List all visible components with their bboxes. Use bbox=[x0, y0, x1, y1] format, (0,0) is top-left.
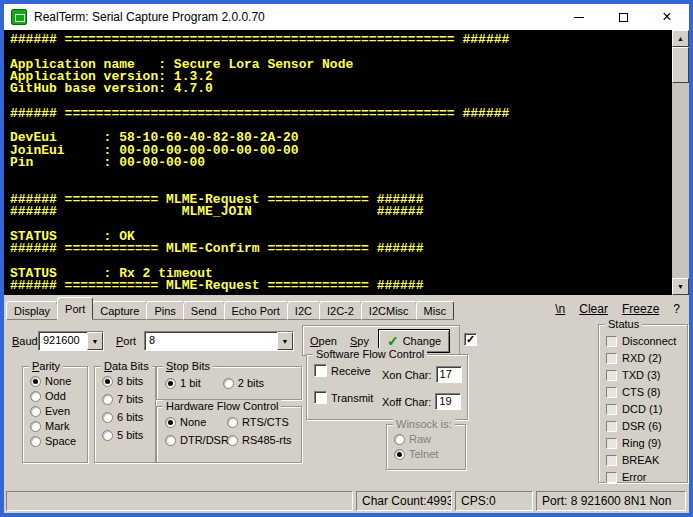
tab-misc[interactable]: Misc bbox=[416, 301, 455, 320]
scroll-up-button[interactable]: ▲ bbox=[672, 30, 689, 47]
tab-i2c[interactable]: I2C bbox=[287, 301, 320, 320]
radio-1-bit[interactable]: 1 bit bbox=[165, 377, 201, 389]
radio-button-icon bbox=[30, 436, 41, 447]
help-button[interactable]: ? bbox=[668, 300, 685, 318]
radio-label: Telnet bbox=[409, 448, 438, 460]
parity-group: Parity NoneOddEvenMarkSpace bbox=[22, 366, 88, 463]
xoff-char-label: Xoff Char: bbox=[382, 396, 431, 408]
radio-label: RS485-rts bbox=[242, 434, 292, 446]
tab-send[interactable]: Send bbox=[183, 301, 225, 320]
minimize-icon bbox=[574, 17, 584, 18]
xoff-char-input[interactable]: 19 bbox=[435, 393, 461, 410]
window-title: RealTerm: Serial Capture Program 2.0.0.7… bbox=[34, 10, 265, 24]
minimize-button[interactable] bbox=[557, 4, 601, 30]
newline-button[interactable]: \n bbox=[550, 300, 570, 318]
stop-bits-group-label: Stop Bits bbox=[163, 360, 213, 372]
scroll-down-icon: ▼ bbox=[677, 283, 684, 290]
clear-button[interactable]: Clear bbox=[574, 300, 613, 318]
check-icon: ✓ bbox=[387, 334, 399, 348]
scrollbar-thumb[interactable] bbox=[672, 47, 689, 83]
radio-button-icon bbox=[165, 435, 176, 446]
radio-none[interactable]: None bbox=[30, 375, 87, 387]
radio-label: Raw bbox=[409, 433, 431, 445]
radio-label: DTR/DSR bbox=[180, 434, 229, 446]
radio-rs485-rts[interactable]: RS485-rts bbox=[227, 434, 301, 446]
radio-2-bits[interactable]: 2 bits bbox=[223, 377, 264, 389]
tab-echo-port[interactable]: Echo Port bbox=[224, 301, 288, 320]
tab-pins[interactable]: Pins bbox=[146, 301, 183, 320]
spy-button[interactable]: Spy bbox=[346, 332, 373, 350]
radio-space[interactable]: Space bbox=[30, 435, 87, 447]
receive-row: Receive bbox=[314, 364, 371, 377]
tab-display[interactable]: Display bbox=[6, 301, 58, 320]
change-button-label: Change bbox=[403, 335, 442, 347]
radio-label: 2 bits bbox=[238, 377, 264, 389]
radio-label: Even bbox=[45, 405, 70, 417]
radio-telnet[interactable]: Telnet bbox=[394, 448, 465, 460]
radio-6-bits[interactable]: 6 bits bbox=[102, 411, 155, 423]
parity-group-label: Parity bbox=[29, 360, 63, 372]
terminal-scrollbar[interactable]: ▲ ▼ bbox=[672, 30, 689, 295]
tab-i2cmisc[interactable]: I2CMisc bbox=[361, 301, 417, 320]
status-item-label: BREAK bbox=[622, 454, 659, 466]
radio-label: RTS/CTS bbox=[242, 416, 289, 428]
statusbar-blank-cell bbox=[6, 491, 353, 511]
status-item-rxd-2: RXD (2) bbox=[606, 352, 687, 364]
software-flow-group: Software Flow Control Receive Xon Char: … bbox=[306, 354, 468, 420]
port-combobox[interactable]: 8 ▼ bbox=[144, 331, 294, 351]
maximize-button[interactable] bbox=[601, 4, 645, 30]
window-controls: × bbox=[557, 4, 689, 30]
radio-dtr-dsr[interactable]: DTR/DSR bbox=[165, 434, 225, 446]
status-item-disconnect: Disconnect bbox=[606, 335, 687, 347]
tab-capture[interactable]: Capture bbox=[92, 301, 147, 320]
radio-8-bits[interactable]: 8 bits bbox=[102, 375, 155, 387]
radio-button-icon bbox=[223, 378, 234, 389]
xoff-row: Xoff Char: 19 bbox=[382, 393, 461, 410]
tab-actions: \n Clear Freeze ? bbox=[550, 300, 685, 320]
change-checkbox[interactable]: ✓ bbox=[464, 333, 477, 346]
baud-combobox[interactable]: 921600 ▼ bbox=[38, 331, 104, 351]
tab-port[interactable]: Port bbox=[57, 297, 93, 320]
tab-bar: DisplayPortCapturePinsSendEcho PortI2CI2… bbox=[4, 295, 689, 320]
freeze-button[interactable]: Freeze bbox=[617, 300, 664, 318]
status-item-label: DSR (6) bbox=[622, 420, 662, 432]
close-button[interactable]: × bbox=[645, 4, 689, 30]
chevron-down-icon[interactable]: ▼ bbox=[277, 332, 293, 350]
radio-rts-cts[interactable]: RTS/CTS bbox=[227, 416, 301, 428]
chevron-down-icon[interactable]: ▼ bbox=[87, 332, 103, 350]
radio-button-icon bbox=[165, 378, 176, 389]
status-led-icon bbox=[606, 353, 617, 364]
transmit-label: Transmit bbox=[331, 392, 373, 404]
terminal-area: ###### =================================… bbox=[4, 30, 689, 295]
radio-label: 5 bits bbox=[117, 429, 143, 441]
radio-label: 1 bit bbox=[180, 377, 201, 389]
status-led-icon bbox=[606, 404, 617, 415]
radio-odd[interactable]: Odd bbox=[30, 390, 87, 402]
xon-char-input[interactable]: 17 bbox=[436, 366, 462, 383]
hardware-flow-group: Hardware Flow Control NoneRTS/CTSDTR/DSR… bbox=[156, 406, 302, 463]
radio-raw[interactable]: Raw bbox=[394, 433, 465, 445]
radio-7-bits[interactable]: 7 bits bbox=[102, 393, 155, 405]
radio-5-bits[interactable]: 5 bits bbox=[102, 429, 155, 441]
radio-button-icon bbox=[227, 417, 238, 428]
radio-none[interactable]: None bbox=[165, 416, 225, 428]
open-button[interactable]: Open bbox=[306, 332, 341, 350]
radio-mark[interactable]: Mark bbox=[30, 420, 87, 432]
radio-button-icon bbox=[30, 421, 41, 432]
scroll-down-button[interactable]: ▼ bbox=[672, 278, 689, 295]
status-item-dcd-1: DCD (1) bbox=[606, 403, 687, 415]
status-group: Status DisconnectRXD (2)TXD (3)CTS (8)DC… bbox=[598, 324, 688, 483]
cps-cell: CPS:0 bbox=[455, 491, 533, 511]
data-bits-group-label: Data Bits bbox=[101, 360, 152, 372]
tab-i2c-2[interactable]: I2C-2 bbox=[319, 301, 362, 320]
status-item-ring-9: Ring (9) bbox=[606, 437, 687, 449]
status-item-label: Error bbox=[622, 471, 646, 483]
scrollbar-track[interactable] bbox=[672, 47, 689, 278]
realterm-window: RealTerm: Serial Capture Program 2.0.0.7… bbox=[0, 0, 693, 517]
status-item-label: CTS (8) bbox=[622, 386, 661, 398]
receive-checkbox[interactable] bbox=[314, 364, 327, 377]
port-label: Port bbox=[116, 335, 136, 347]
radio-even[interactable]: Even bbox=[30, 405, 87, 417]
transmit-checkbox[interactable] bbox=[314, 391, 327, 404]
status-item-label: RXD (2) bbox=[622, 352, 662, 364]
